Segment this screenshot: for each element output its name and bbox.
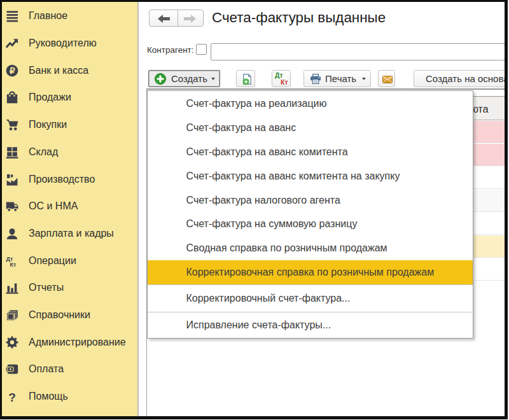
svg-text:Кт: Кт	[10, 261, 17, 267]
svg-text:₽: ₽	[10, 66, 15, 76]
svg-text:?: ?	[8, 391, 16, 403]
